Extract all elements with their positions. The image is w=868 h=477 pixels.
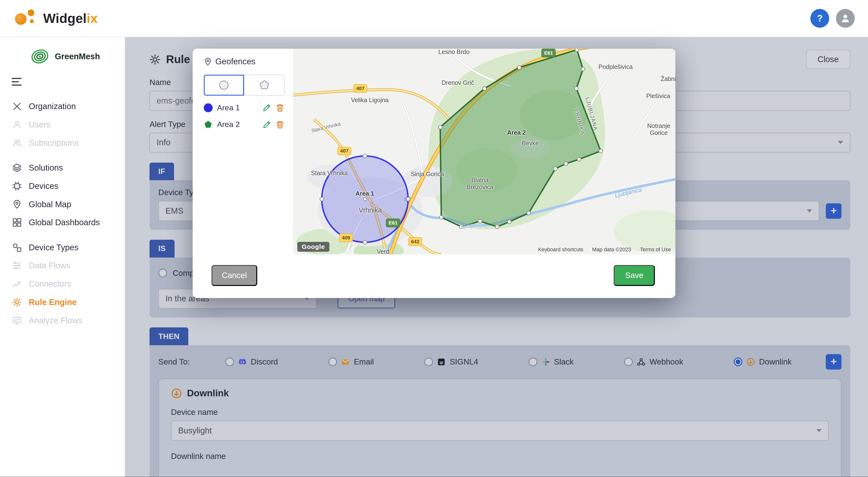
geofence-handle[interactable]: [438, 125, 442, 129]
geofence-handle[interactable]: [406, 197, 410, 201]
circle-tool-button[interactable]: [204, 75, 244, 96]
slack-radio[interactable]: [528, 357, 537, 367]
data-flows-icon: [12, 261, 22, 270]
topbar: Widgelix ?: [0, 0, 868, 37]
geofence-handle[interactable]: [363, 198, 367, 201]
analyze-icon: [12, 316, 22, 325]
downlink-icon: [171, 388, 182, 399]
help-button[interactable]: ?: [810, 9, 829, 28]
modal-title: Geofences: [215, 57, 255, 66]
send-option-slack[interactable]: Slack: [528, 357, 574, 367]
edit-geofence-button[interactable]: [262, 103, 271, 112]
geofence-handle[interactable]: [459, 225, 463, 229]
compare-radio[interactable]: [158, 269, 167, 277]
downlink-icon: [746, 357, 755, 367]
signl4-radio[interactable]: [424, 357, 433, 367]
geofence-handle[interactable]: [564, 162, 568, 166]
geofence-handle[interactable]: [553, 167, 557, 171]
sidebar-item-label: Data Flows: [29, 261, 70, 270]
discord-radio[interactable]: [225, 357, 234, 367]
geofence-handle[interactable]: [478, 219, 482, 223]
send-option-email[interactable]: Email: [329, 357, 374, 367]
sidebar-item-global-dashboards[interactable]: Global Dashboards: [0, 213, 125, 232]
send-option-label: Downlink: [759, 357, 792, 367]
device-name-select[interactable]: Busylight: [171, 421, 829, 441]
geofence-handle[interactable]: [577, 157, 581, 161]
is-badge: IS: [150, 240, 175, 258]
google-logo[interactable]: Google: [297, 242, 329, 251]
send-options: DiscordEmailSIGNL4SlackWebhookDownlink: [225, 357, 792, 367]
device-name-label: Device name: [171, 408, 829, 417]
geofence-handle[interactable]: [575, 49, 579, 52]
delete-geofence-button[interactable]: [276, 103, 284, 112]
geofence-handle[interactable]: [483, 87, 486, 91]
geofence-handle[interactable]: [495, 225, 499, 229]
geofences-modal: Geofences Area 1Area 2: [193, 49, 675, 298]
geofence-handle[interactable]: [518, 66, 521, 69]
webhook-radio[interactable]: [624, 357, 633, 367]
downlink-radio[interactable]: [734, 357, 743, 367]
sidebar-item-rule-engine[interactable]: Rule Engine: [0, 293, 125, 311]
edit-geofence-button[interactable]: [262, 120, 271, 129]
map-pin-icon: [12, 200, 22, 209]
sidebar: GreenMesh OrganizationUsersSubscriptions…: [0, 37, 125, 477]
connectors-icon: [12, 279, 22, 288]
sidebar-item-label: Analyze Flows: [29, 316, 82, 325]
delete-geofence-button[interactable]: [276, 120, 284, 129]
geofence-handle[interactable]: [363, 154, 367, 158]
sidebar-nav: OrganizationUsersSubscriptionsSolutionsD…: [0, 97, 125, 330]
sidebar-item-label: Global Dashboards: [29, 218, 100, 227]
sidebar-item-data-flows: Data Flows: [0, 257, 125, 275]
send-option-webhook[interactable]: Webhook: [624, 357, 683, 367]
send-option-downlink[interactable]: Downlink: [734, 357, 792, 367]
sidebar-item-label: Rule Engine: [29, 298, 77, 307]
add-condition-button[interactable]: +: [826, 203, 841, 219]
geofence-handle[interactable]: [599, 149, 602, 153]
send-option-signl4[interactable]: SIGNL4: [424, 357, 478, 367]
sidebar-item-device-types[interactable]: Device Types: [0, 238, 125, 257]
map-attribution: Keyboard shortcutsMap data ©2023Terms of…: [538, 246, 671, 253]
geofence-handle[interactable]: [320, 197, 323, 201]
save-button[interactable]: Save: [614, 265, 655, 286]
then-badge: THEN: [150, 328, 188, 345]
send-option-discord[interactable]: Discord: [225, 357, 278, 367]
geofence-handle[interactable]: [363, 240, 367, 244]
geofence-handle[interactable]: [574, 87, 578, 91]
hamburger-icon: [11, 77, 22, 86]
dashboard-icon: [12, 218, 22, 227]
geofence-handle[interactable]: [507, 220, 511, 224]
close-button[interactable]: Close: [806, 50, 850, 69]
email-radio[interactable]: [329, 357, 337, 367]
sidebar-item-global-map[interactable]: Global Map: [0, 195, 125, 213]
question-mark-icon: ?: [817, 13, 823, 24]
map-attribution-link[interactable]: Keyboard shortcuts: [538, 246, 583, 253]
geofence-handle[interactable]: [439, 215, 443, 219]
brand-logo[interactable]: Widgelix: [13, 6, 98, 30]
collapse-sidebar-button[interactable]: [11, 77, 24, 89]
cancel-button[interactable]: Cancel: [212, 265, 257, 286]
polygon-tool-button[interactable]: [244, 75, 284, 96]
geofence-handle[interactable]: [581, 67, 585, 71]
map-canvas[interactable]: Lesno BrdoPodplešivicaŽabnicaDrenov Grič…: [293, 49, 675, 254]
geofence-handle[interactable]: [527, 211, 531, 215]
sidebar-item-devices[interactable]: Devices: [0, 177, 125, 195]
sidebar-item-organization[interactable]: Organization: [0, 97, 125, 116]
map-attribution-link[interactable]: Map data ©2023: [592, 246, 631, 253]
user-icon: [12, 120, 22, 129]
chevron-down-icon: [816, 429, 822, 432]
circle-shape-icon: [204, 103, 213, 112]
greenmesh-logo-icon: [30, 46, 50, 67]
add-action-button[interactable]: +: [826, 354, 841, 370]
map-pin-icon: [204, 58, 212, 66]
sidebar-item-label: Organization: [29, 102, 76, 111]
circle-shape-icon: [217, 79, 230, 92]
send-option-label: SIGNL4: [450, 357, 478, 367]
map-attribution-link[interactable]: Terms of Use: [640, 246, 671, 253]
geofence-name: Area 1: [217, 103, 258, 112]
sidebar-item-connectors: Connectors: [0, 275, 125, 293]
sidebar-item-solutions[interactable]: Solutions: [0, 159, 125, 177]
chevron-down-icon: [838, 141, 843, 144]
person-icon: [840, 13, 851, 24]
geofence-row-area-2: Area 2: [204, 120, 284, 129]
user-avatar[interactable]: [836, 9, 855, 28]
